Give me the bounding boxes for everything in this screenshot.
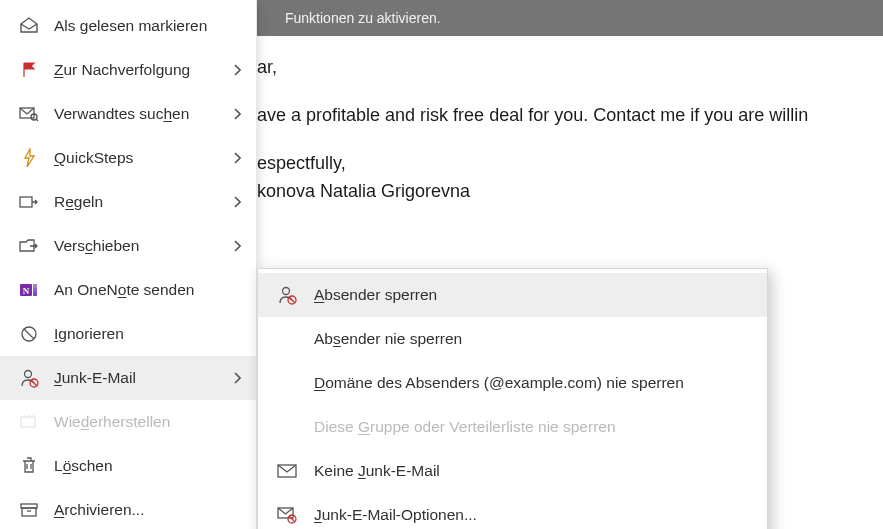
archive-icon xyxy=(18,499,40,521)
menu-ignore[interactable]: Ignorieren xyxy=(0,312,256,356)
svg-text:N: N xyxy=(23,286,30,296)
submenu-block-sender[interactable]: Absender sperren xyxy=(258,273,767,317)
menu-label: Regeln xyxy=(54,193,230,211)
menu-junk[interactable]: Junk-E-Mail xyxy=(0,356,256,400)
envelope-open-icon xyxy=(18,15,40,37)
trash-icon xyxy=(18,455,40,477)
svg-point-9 xyxy=(25,371,32,378)
onenote-icon: N xyxy=(18,279,40,301)
svg-rect-2 xyxy=(20,197,32,207)
submenu-junk-options[interactable]: Junk-E-Mail-Optionen... xyxy=(258,493,767,529)
submenu-never-block-group: Diese Gruppe oder Verteilerliste nie spe… xyxy=(258,405,767,449)
chevron-right-icon xyxy=(230,64,244,76)
envelope-search-icon xyxy=(18,103,40,125)
menu-follow-up[interactable]: Zur Nachverfolgung xyxy=(0,48,256,92)
menu-archive[interactable]: Archivieren... xyxy=(0,488,256,529)
ignore-icon xyxy=(18,323,40,345)
menu-rules[interactable]: Regeln xyxy=(0,180,256,224)
notification-text: Funktionen zu aktivieren. xyxy=(285,10,441,26)
submenu-label: Diese Gruppe oder Verteilerliste nie spe… xyxy=(314,418,616,436)
person-block-icon xyxy=(276,284,298,306)
menu-label: Archivieren... xyxy=(54,501,244,519)
submenu-label: Domäne des Absenders (@example.com) nie … xyxy=(314,374,684,392)
svg-rect-6 xyxy=(33,288,37,292)
menu-mark-read[interactable]: Als gelesen markieren xyxy=(0,4,256,48)
menu-onenote[interactable]: N An OneNote senden xyxy=(0,268,256,312)
menu-related-search[interactable]: Verwandtes suchen xyxy=(0,92,256,136)
menu-label: Junk-E-Mail xyxy=(54,369,230,387)
menu-label: Wiederherstellen xyxy=(54,413,244,431)
submenu-label: Junk-E-Mail-Optionen... xyxy=(314,506,477,524)
email-body: ar, ave a profitable and risk free deal … xyxy=(257,36,883,206)
folder-move-icon xyxy=(18,235,40,257)
blank-icon xyxy=(276,416,298,438)
notification-bar: Funktionen zu aktivieren. xyxy=(257,0,883,36)
menu-label: Verschieben xyxy=(54,237,230,255)
blank-icon xyxy=(276,372,298,394)
menu-label: Zur Nachverfolgung xyxy=(54,61,230,79)
chevron-right-icon xyxy=(230,196,244,208)
submenu-label: Absender nie sperren xyxy=(314,330,462,348)
menu-delete[interactable]: Löschen xyxy=(0,444,256,488)
restore-icon xyxy=(18,411,40,433)
email-sender: konova Natalia Grigorevna xyxy=(257,178,883,206)
chevron-right-icon xyxy=(230,108,244,120)
svg-rect-7 xyxy=(33,292,37,296)
menu-label: Löschen xyxy=(54,457,244,475)
chevron-right-icon xyxy=(230,152,244,164)
submenu-never-block-sender[interactable]: Absender nie sperren xyxy=(258,317,767,361)
email-greeting: ar, xyxy=(257,54,883,82)
submenu-label: Keine Junk-E-Mail xyxy=(314,462,440,480)
context-menu: Als gelesen markieren Zur Nachverfolgung… xyxy=(0,0,257,529)
menu-move[interactable]: Verschieben xyxy=(0,224,256,268)
svg-rect-13 xyxy=(22,508,36,516)
svg-point-14 xyxy=(283,288,290,295)
blank-icon xyxy=(276,328,298,350)
svg-rect-11 xyxy=(21,417,35,427)
submenu-not-junk[interactable]: Keine Junk-E-Mail xyxy=(258,449,767,493)
submenu-never-block-domain[interactable]: Domäne des Absenders (@example.com) nie … xyxy=(258,361,767,405)
email-closing: espectfully, xyxy=(257,150,883,178)
menu-label: An OneNote senden xyxy=(54,281,244,299)
envelope-icon xyxy=(276,460,298,482)
junk-submenu: Absender sperren Absender nie sperren Do… xyxy=(257,268,768,529)
menu-label: Ignorieren xyxy=(54,325,244,343)
flag-icon xyxy=(18,59,40,81)
menu-quicksteps[interactable]: QuickSteps xyxy=(0,136,256,180)
submenu-label: Absender sperren xyxy=(314,286,437,304)
chevron-right-icon xyxy=(230,240,244,252)
menu-label: Verwandtes suchen xyxy=(54,105,230,123)
menu-restore: Wiederherstellen xyxy=(0,400,256,444)
chevron-right-icon xyxy=(230,372,244,384)
menu-label: Als gelesen markieren xyxy=(54,17,244,35)
email-content: ave a profitable and risk free deal for … xyxy=(257,102,883,130)
person-block-icon xyxy=(18,367,40,389)
menu-label: QuickSteps xyxy=(54,149,230,167)
lightning-icon xyxy=(18,147,40,169)
envelope-block-icon xyxy=(276,504,298,526)
rules-icon xyxy=(18,191,40,213)
svg-rect-5 xyxy=(33,284,37,288)
